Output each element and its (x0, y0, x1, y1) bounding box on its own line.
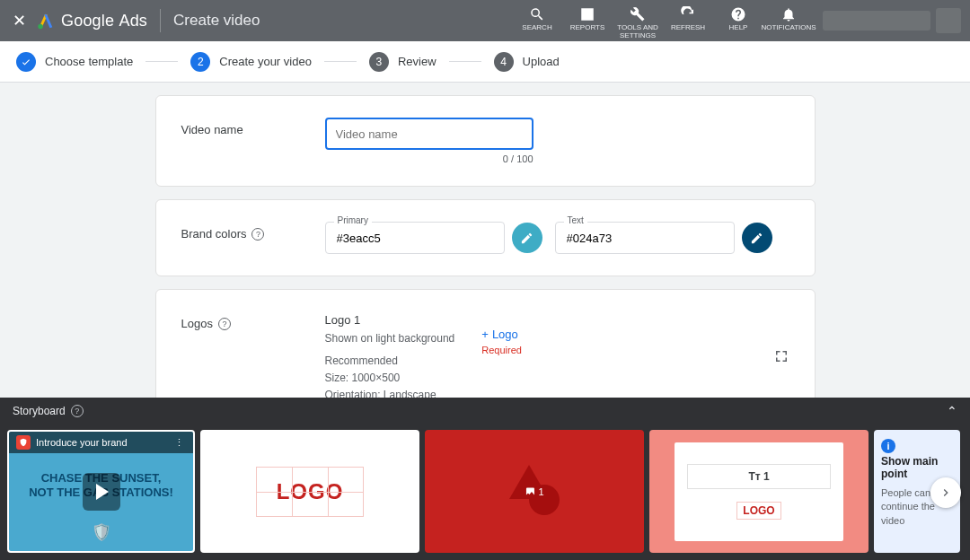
storyboard-card-text[interactable]: Tт 1 LOGO (649, 430, 869, 553)
step-review[interactable]: 3 Review (369, 52, 436, 72)
search-icon (529, 6, 545, 22)
brand: Google Ads (36, 11, 147, 31)
image-slot-label: 1 (525, 486, 543, 497)
text-slot-label: Tт 1 (687, 464, 831, 489)
primary-color-input[interactable] (325, 222, 505, 254)
bell-icon (780, 6, 797, 22)
more-icon[interactable]: ⋮ (174, 437, 186, 449)
pencil-icon (520, 232, 534, 245)
card-title: Introduce your brand (36, 437, 128, 448)
refresh-icon (680, 6, 696, 22)
tools-button[interactable]: TOOLS AND SETTINGS (613, 1, 663, 40)
text-color-input[interactable] (555, 222, 735, 254)
storyboard-card-intro[interactable]: Introduce your brand ⋮ CHASE THE SUNSET,… (7, 430, 195, 553)
avatar[interactable] (936, 8, 961, 33)
edit-primary-color-button[interactable] (512, 223, 542, 253)
logo-placeholder: LOGO (256, 467, 364, 517)
help-button[interactable]: HELP (713, 1, 763, 32)
plus-icon: + (481, 328, 489, 341)
template-icon (16, 435, 31, 450)
stepper: Choose template 2 Create your video 3 Re… (0, 41, 970, 83)
video-name-input[interactable] (325, 118, 534, 150)
wrench-icon (630, 6, 646, 22)
help-icon (730, 6, 746, 22)
info-icon: i (881, 439, 895, 453)
expand-icon[interactable] (773, 348, 789, 367)
top-actions: SEARCH REPORTS TOOLS AND SETTINGS REFRES… (512, 1, 814, 40)
brand-ads: Ads (119, 12, 147, 30)
divider (324, 61, 357, 62)
logos-label: Logos ? (181, 311, 325, 330)
storyboard-panel: Storyboard ? ⌃ Introduce your brand ⋮ CH… (0, 398, 970, 560)
step-choose-template[interactable]: Choose template (16, 52, 133, 72)
google-ads-logo-icon (36, 11, 56, 31)
video-name-card: Video name 0 / 100 (155, 95, 816, 187)
divider (160, 9, 161, 32)
search-button[interactable]: SEARCH (512, 1, 562, 32)
check-icon (16, 52, 36, 72)
chevron-right-icon (939, 486, 953, 500)
divider (449, 61, 481, 62)
video-name-label: Video name (181, 118, 325, 136)
refresh-button[interactable]: REFRESH (663, 1, 713, 32)
svg-point-0 (38, 24, 43, 29)
step-upload[interactable]: 4 Upload (494, 52, 560, 72)
badge-icon: 🛡️ (92, 522, 111, 542)
scroll-right-button[interactable] (930, 477, 961, 508)
reports-button[interactable]: REPORTS (562, 1, 613, 32)
primary-label: Primary (334, 215, 372, 225)
logo-small: LOGO (736, 502, 780, 520)
pencil-icon (750, 232, 763, 245)
account-area[interactable] (823, 8, 961, 33)
required-text: Required (481, 345, 522, 355)
storyboard-header: Storyboard ? ⌃ (0, 398, 970, 424)
page-title: Create video (173, 12, 260, 30)
brand-google: Google (61, 12, 114, 30)
reports-icon (579, 6, 595, 22)
text-label: Text (564, 215, 587, 225)
main: Video name 0 / 100 Brand colors ? Primar… (0, 83, 970, 427)
app-header: ✕ Google Ads Create video SEARCH REPORTS… (0, 0, 970, 41)
divider (146, 61, 178, 62)
close-icon[interactable]: ✕ (9, 11, 29, 31)
play-button[interactable] (83, 473, 120, 511)
edit-text-color-button[interactable] (742, 223, 772, 253)
storyboard-title: Storyboard (13, 405, 66, 417)
logo-info: Logo 1 Shown on light background Recomme… (325, 311, 455, 405)
brand-colors-card: Brand colors ? Primary Text (155, 199, 816, 276)
storyboard-track: Introduce your brand ⋮ CHASE THE SUNSET,… (0, 424, 970, 560)
brand-colors-label: Brand colors ? (181, 222, 325, 241)
storyboard-card-image[interactable]: 1 (425, 430, 644, 553)
help-icon[interactable]: ? (251, 228, 264, 241)
char-counter: 0 / 100 (325, 153, 534, 164)
account-pill[interactable] (823, 11, 930, 31)
add-logo-button[interactable]: +Logo (481, 328, 518, 341)
storyboard-card-logo[interactable]: LOGO (200, 430, 419, 553)
step-create-video[interactable]: 2 Create your video (190, 52, 312, 72)
notifications-button[interactable]: NOTIFICATIONS (763, 1, 814, 32)
help-icon[interactable]: ? (71, 405, 84, 417)
help-icon[interactable]: ? (218, 318, 231, 330)
collapse-icon[interactable]: ⌃ (947, 404, 957, 418)
